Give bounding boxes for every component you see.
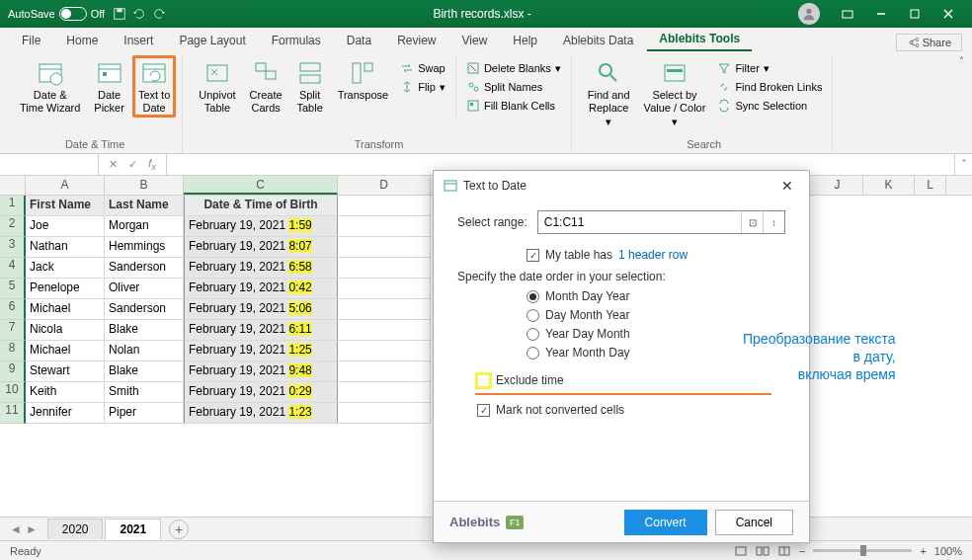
- cell[interactable]: February 19, 2021 9:48: [184, 361, 338, 382]
- header-cell[interactable]: Last Name: [105, 196, 184, 216]
- page-break-view-icon[interactable]: [777, 544, 791, 558]
- mark-not-converted-checkbox[interactable]: ✓: [477, 404, 490, 417]
- row-header[interactable]: 11: [0, 403, 26, 424]
- autosave-toggle[interactable]: AutoSave Off: [8, 7, 105, 21]
- cell[interactable]: Nolan: [105, 341, 184, 361]
- cell[interactable]: February 19, 2021 1:59: [184, 216, 338, 237]
- cell[interactable]: [338, 341, 431, 361]
- row-header[interactable]: 10: [0, 382, 26, 403]
- cell[interactable]: February 19, 2021 6:11: [184, 320, 338, 341]
- cell[interactable]: Morgan: [105, 216, 184, 237]
- tab-data[interactable]: Data: [335, 30, 383, 51]
- cell[interactable]: [338, 361, 431, 382]
- cell[interactable]: Sanderson: [105, 258, 184, 279]
- delete-blanks-button[interactable]: Delete Blanks ▾: [462, 59, 565, 77]
- col-header-k[interactable]: K: [863, 176, 915, 195]
- col-header-a[interactable]: A: [26, 176, 105, 195]
- cell[interactable]: Smith: [105, 382, 184, 403]
- find-replace-button[interactable]: Find and Replace ▾: [582, 55, 636, 132]
- row-header[interactable]: 7: [0, 320, 26, 341]
- cell[interactable]: February 19, 2021 1:25: [184, 341, 338, 361]
- tab-ablebits-tools[interactable]: Ablebits Tools: [647, 28, 752, 51]
- cell[interactable]: Joe: [26, 216, 105, 237]
- swap-button[interactable]: Swap: [396, 59, 449, 77]
- radio-mdy[interactable]: [526, 290, 539, 303]
- fx-icon[interactable]: fx: [144, 157, 160, 173]
- cell[interactable]: February 19, 2021 6:58: [184, 258, 338, 279]
- tab-ablebits-data[interactable]: Ablebits Data: [551, 30, 645, 51]
- tab-page-layout[interactable]: Page Layout: [167, 30, 257, 51]
- cell[interactable]: [338, 258, 431, 279]
- normal-view-icon[interactable]: [734, 544, 748, 558]
- unpivot-table-button[interactable]: Unpivot Table: [193, 55, 241, 118]
- tab-insert[interactable]: Insert: [112, 30, 165, 51]
- header-row-link[interactable]: 1 header row: [618, 248, 688, 262]
- cell[interactable]: [338, 299, 431, 320]
- tab-file[interactable]: File: [10, 30, 52, 51]
- cell[interactable]: [338, 382, 431, 403]
- minimize-button[interactable]: [865, 4, 897, 24]
- col-header-c[interactable]: C: [184, 176, 338, 195]
- cell[interactable]: February 19, 2021 0:42: [184, 279, 338, 299]
- dialog-close-button[interactable]: ✕: [775, 174, 799, 198]
- cell[interactable]: Piper: [105, 403, 184, 424]
- col-header-l[interactable]: L: [915, 176, 946, 195]
- tab-review[interactable]: Review: [385, 30, 447, 51]
- enter-formula-icon[interactable]: ✓: [124, 157, 140, 173]
- share-button[interactable]: Share: [896, 34, 962, 51]
- sync-selection-button[interactable]: Sync Selection: [713, 97, 826, 115]
- zoom-in-button[interactable]: +: [920, 545, 926, 557]
- row-header[interactable]: 1: [0, 196, 26, 216]
- expand-formula-bar-icon[interactable]: ˅: [954, 154, 972, 175]
- cell[interactable]: Blake: [105, 361, 184, 382]
- tab-home[interactable]: Home: [54, 30, 110, 51]
- date-picker-button[interactable]: Date Picker: [88, 55, 130, 118]
- undo-icon[interactable]: [132, 7, 146, 21]
- expand-range-icon[interactable]: ↕: [763, 211, 784, 233]
- cell[interactable]: Oliver: [105, 279, 184, 299]
- range-field[interactable]: [538, 215, 741, 229]
- tab-formulas[interactable]: Formulas: [260, 30, 333, 51]
- cell[interactable]: [338, 216, 431, 237]
- date-time-wizard-button[interactable]: Date & Time Wizard: [14, 55, 86, 118]
- select-all-corner[interactable]: [0, 176, 26, 196]
- filter-button[interactable]: Filter ▾: [713, 59, 826, 77]
- account-icon[interactable]: [798, 3, 820, 25]
- radio-ymd[interactable]: [526, 347, 539, 360]
- cell[interactable]: Hemmings: [105, 237, 184, 258]
- cell[interactable]: [338, 196, 431, 216]
- cancel-formula-icon[interactable]: ✕: [105, 157, 121, 173]
- zoom-slider[interactable]: [813, 549, 912, 552]
- cell[interactable]: [338, 279, 431, 299]
- select-by-value-button[interactable]: Select by Value / Color ▾: [638, 55, 712, 132]
- row-header[interactable]: 5: [0, 279, 26, 299]
- convert-button[interactable]: Convert: [624, 510, 707, 535]
- cell[interactable]: Stewart: [26, 361, 105, 382]
- find-broken-links-button[interactable]: Find Broken Links: [713, 78, 826, 96]
- cell[interactable]: Penelope: [26, 279, 105, 299]
- cell[interactable]: Nathan: [26, 237, 105, 258]
- help-key-badge[interactable]: F1: [506, 516, 524, 529]
- create-cards-button[interactable]: Create Cards: [244, 55, 288, 118]
- cell[interactable]: February 19, 2021 8:07: [184, 237, 338, 258]
- cell[interactable]: Jennifer: [26, 403, 105, 424]
- row-header[interactable]: 4: [0, 258, 26, 279]
- flip-button[interactable]: Flip ▾: [396, 78, 449, 96]
- col-header-j[interactable]: J: [812, 176, 863, 195]
- sheet-nav-next-icon[interactable]: ►: [26, 522, 38, 536]
- tab-view[interactable]: View: [450, 30, 500, 51]
- cell[interactable]: February 19, 2021 0:29: [184, 382, 338, 403]
- cancel-button[interactable]: Cancel: [715, 510, 793, 535]
- cell[interactable]: Blake: [105, 320, 184, 341]
- maximize-button[interactable]: [899, 4, 931, 24]
- sheet-nav-prev-icon[interactable]: ◄: [10, 522, 22, 536]
- row-header[interactable]: 6: [0, 299, 26, 320]
- cell[interactable]: Michael: [26, 299, 105, 320]
- col-header-d[interactable]: D: [338, 176, 431, 195]
- ribbon-display-icon[interactable]: [832, 4, 863, 24]
- zoom-level[interactable]: 100%: [934, 545, 962, 557]
- row-header[interactable]: 9: [0, 361, 26, 382]
- close-button[interactable]: [932, 4, 964, 24]
- cell[interactable]: Jack: [26, 258, 105, 279]
- cell[interactable]: [338, 237, 431, 258]
